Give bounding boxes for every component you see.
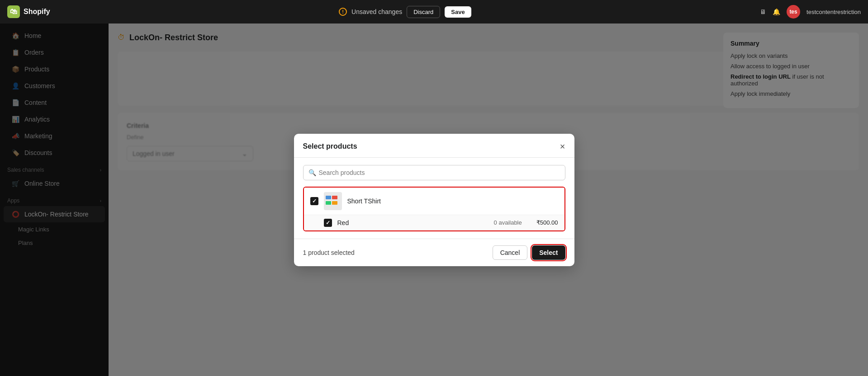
search-container: 🔍 [303,165,565,180]
cancel-button[interactable]: Cancel [493,245,528,260]
modal-footer: 1 product selected Cancel Select [294,239,574,266]
product-name: Short TShirt [347,197,558,205]
selected-count: 1 product selected [303,249,355,256]
unsaved-label: Unsaved changes [351,8,402,15]
topbar-right: 🖥 🔔 tes testcontentrestriction [760,5,861,19]
svg-rect-4 [332,201,337,205]
product-checkbox[interactable] [310,197,318,205]
product-thumbnail [324,192,342,210]
svg-rect-1 [326,196,331,199]
modal-title: Select products [303,142,357,150]
svg-rect-2 [332,196,337,199]
variant-price: ₹500.00 [536,219,558,226]
modal-header: Select products × [294,134,574,158]
topbar: 🛍 Shopify ! Unsaved changes Discard Save… [0,0,868,24]
shopify-logo: 🛍 Shopify [7,5,50,18]
username: testcontentrestriction [806,9,861,15]
variant-checkbox[interactable] [324,219,332,227]
bell-icon: 🔔 [773,8,780,15]
unsaved-indicator: ! [339,8,347,16]
channel-icon: 🖥 [760,8,766,15]
main-content: ⏱ LockOn- Restrict Store 📌 ··· Criteria … [109,24,868,376]
variant-row: Red 0 available ₹500.00 [304,215,564,230]
avatar: tes [787,5,800,19]
search-input[interactable] [303,165,565,180]
search-icon: 🔍 [308,169,316,176]
modal-body: 🔍 [294,158,574,239]
variant-name: Red [337,219,489,226]
select-button[interactable]: Select [532,245,565,260]
svg-rect-3 [326,201,331,205]
topbar-left: 🛍 Shopify [7,5,50,18]
shopify-bag-icon: 🛍 [7,5,20,18]
select-products-modal: Select products × 🔍 [294,134,574,266]
shopify-wordmark: Shopify [24,8,50,16]
product-list: Short TShirt Red 0 available ₹500.00 [303,187,565,231]
discard-button[interactable]: Discard [407,6,440,18]
modal-close-button[interactable]: × [560,142,565,151]
modal-overlay: Select products × 🔍 [109,24,868,376]
footer-actions: Cancel Select [493,245,565,260]
variant-availability: 0 available [494,219,522,226]
product-row: Short TShirt [304,188,564,215]
topbar-center: ! Unsaved changes Discard Save [339,6,471,18]
layout: 🏠 Home 📋 Orders 📦 Products 👤 Customers 📄… [0,24,868,376]
product-thumb-svg [324,192,342,210]
save-button[interactable]: Save [445,6,471,18]
